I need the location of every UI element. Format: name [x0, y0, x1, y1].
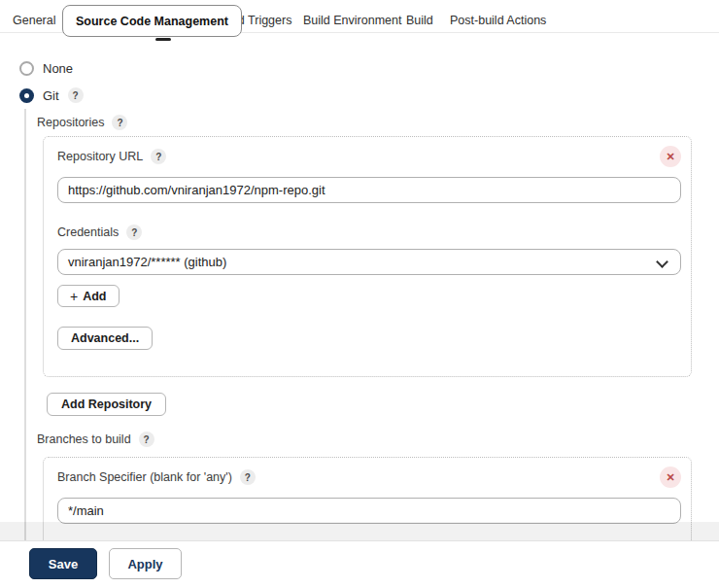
- save-button[interactable]: Save: [29, 548, 97, 579]
- branch-specifier-label: Branch Specifier (blank for 'any'): [57, 470, 232, 484]
- radio-git-label: Git: [43, 88, 59, 103]
- tab-source-code-management-label: Source Code Management: [76, 15, 228, 28]
- help-icon[interactable]: ?: [139, 432, 154, 447]
- help-icon[interactable]: ?: [68, 87, 84, 103]
- repository-url-label-group: Repository URL ?: [57, 149, 166, 164]
- scm-option-git[interactable]: Git ?: [19, 87, 84, 103]
- tab-build[interactable]: Build: [406, 14, 433, 27]
- tab-post-build-actions[interactable]: Post-build Actions: [450, 14, 546, 27]
- credentials-selected-value: vniranjan1972/****** (github): [68, 255, 226, 269]
- radio-none-label: None: [43, 61, 73, 76]
- repository-panel: Repository URL ? ✕ Credentials ? vniranj…: [43, 136, 692, 377]
- branch-specifier-row: Branch Specifier (blank for 'any') ? ✕: [57, 467, 681, 488]
- branches-label-text: Branches to build: [37, 432, 131, 446]
- tab-general[interactable]: General: [13, 14, 55, 27]
- credentials-label-group: Credentials ?: [57, 225, 142, 240]
- config-tab-bar: General Source Code Management Build Tri…: [0, 0, 719, 33]
- branch-specifier-label-group: Branch Specifier (blank for 'any') ?: [57, 469, 256, 485]
- help-icon[interactable]: ?: [240, 469, 256, 485]
- tab-build-environment[interactable]: Build Environment: [303, 14, 401, 27]
- delete-branch-button[interactable]: ✕: [660, 467, 681, 488]
- radio-none[interactable]: [19, 61, 34, 76]
- delete-repository-button[interactable]: ✕: [660, 146, 681, 167]
- tab-source-code-management[interactable]: Source Code Management: [62, 5, 242, 37]
- repositories-section-label: Repositories ?: [37, 115, 127, 130]
- chevron-down-icon: [656, 256, 668, 268]
- repository-url-label: Repository URL: [57, 150, 143, 163]
- add-credentials-button[interactable]: + Add: [57, 285, 120, 307]
- apply-button[interactable]: Apply: [109, 548, 182, 579]
- credentials-select[interactable]: vniranjan1972/****** (github): [57, 249, 681, 275]
- git-section-indent-line: [24, 109, 26, 540]
- bottom-app-bar: Save Apply: [0, 540, 719, 588]
- credentials-row: Credentials ?: [57, 225, 681, 240]
- radio-git[interactable]: [19, 88, 34, 103]
- branch-specifier-input[interactable]: [57, 498, 681, 524]
- repositories-label-text: Repositories: [37, 116, 104, 129]
- help-icon[interactable]: ?: [151, 149, 166, 164]
- repository-url-row: Repository URL ? ✕: [57, 146, 681, 167]
- scrolled-heading-fragment: [155, 38, 171, 42]
- repository-url-input[interactable]: [57, 177, 681, 203]
- add-credentials-button-label: Add: [83, 290, 106, 303]
- help-icon[interactable]: ?: [112, 115, 127, 130]
- help-icon[interactable]: ?: [126, 225, 142, 240]
- plus-icon: +: [70, 290, 78, 303]
- credentials-label: Credentials: [57, 225, 119, 239]
- advanced-button[interactable]: Advanced...: [57, 327, 153, 350]
- scm-option-none[interactable]: None: [19, 61, 73, 76]
- add-repository-button[interactable]: Add Repository: [47, 393, 166, 416]
- branches-section-label: Branches to build ?: [37, 432, 154, 447]
